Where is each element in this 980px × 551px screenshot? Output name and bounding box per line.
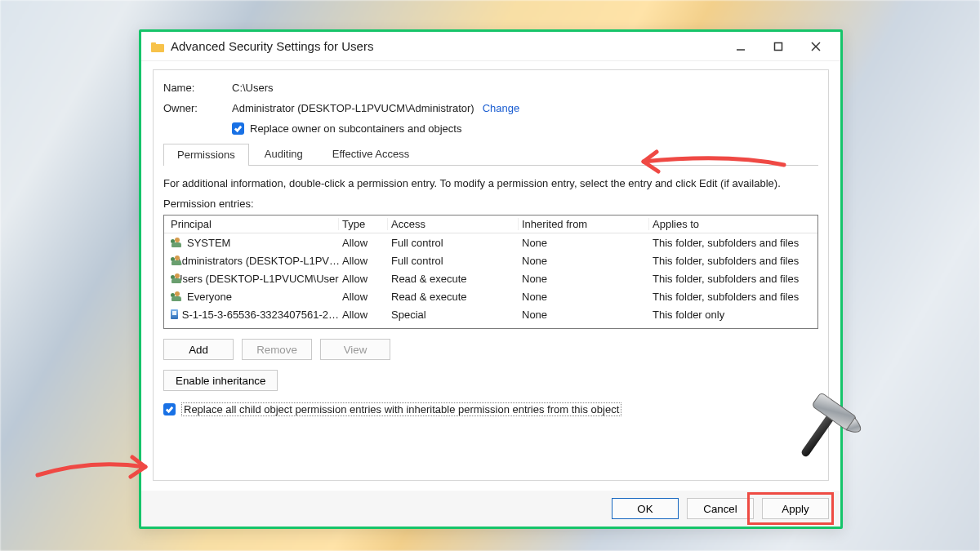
replace-children-label: Replace all child object permission entr… — [181, 402, 621, 416]
table-row[interactable]: SYSTEMAllowFull controlNoneThis folder, … — [164, 233, 817, 251]
cell-inherited: None — [519, 255, 649, 267]
col-principal[interactable]: Principal — [167, 218, 339, 230]
window-title: Advanced Security Settings for Users — [171, 39, 723, 53]
minimize-button[interactable] — [723, 35, 759, 58]
cell-applies: This folder, subfolders and files — [649, 255, 818, 267]
add-button[interactable]: Add — [163, 339, 234, 360]
owner-label: Owner: — [163, 102, 232, 114]
owner-value: Administrator (DESKTOP-L1PVUCM\Administr… — [232, 102, 474, 114]
ok-button[interactable]: OK — [612, 498, 679, 519]
name-value: C:\Users — [232, 82, 274, 94]
tab-permissions[interactable]: Permissions — [163, 144, 249, 166]
replace-owner-checkbox[interactable] — [232, 122, 244, 135]
cell-type: Allow — [339, 237, 388, 249]
cell-type: Allow — [339, 273, 388, 285]
enable-inheritance-button[interactable]: Enable inheritance — [163, 370, 278, 391]
tab-effective-access[interactable]: Effective Access — [318, 143, 423, 165]
dialog-content: Name: C:\Users Owner: Administrator (DES… — [153, 69, 829, 481]
replace-children-checkbox[interactable] — [163, 403, 176, 415]
cell-principal: Everyone — [187, 291, 232, 303]
cell-applies: This folder only — [649, 309, 818, 321]
cell-type: Allow — [339, 255, 388, 267]
cell-principal: S-1-15-3-65536-3323407561-2… — [182, 309, 339, 321]
cell-access: Special — [388, 309, 519, 321]
folder-icon — [151, 41, 164, 52]
cell-applies: This folder, subfolders and files — [649, 291, 818, 303]
table-row[interactable]: Administrators (DESKTOP-L1PV…AllowFull c… — [164, 251, 817, 269]
cell-type: Allow — [339, 309, 388, 321]
name-label: Name: — [163, 82, 232, 94]
tab-auditing[interactable]: Auditing — [251, 143, 317, 165]
cell-applies: This folder, subfolders and files — [649, 237, 818, 249]
table-row[interactable]: Users (DESKTOP-L1PVUCM\Users)AllowRead &… — [164, 269, 817, 287]
view-button[interactable]: View — [320, 339, 390, 360]
group-icon — [171, 238, 183, 247]
apply-button[interactable]: Apply — [762, 498, 829, 519]
col-applies[interactable]: Applies to — [649, 218, 818, 230]
advanced-security-dialog: Advanced Security Settings for Users Nam… — [139, 29, 843, 529]
cell-access: Read & execute — [388, 291, 519, 303]
entries-label: Permission entries: — [163, 198, 818, 210]
cancel-button[interactable]: Cancel — [687, 498, 754, 519]
permission-entries-table: Principal Type Access Inherited from App… — [163, 215, 818, 329]
cell-principal: Administrators (DESKTOP-L1PV… — [175, 255, 339, 267]
col-inherited[interactable]: Inherited from — [519, 218, 649, 230]
maximize-button[interactable] — [760, 35, 796, 58]
titlebar: Advanced Security Settings for Users — [141, 32, 840, 61]
cell-type: Allow — [339, 291, 388, 303]
col-access[interactable]: Access — [388, 218, 519, 230]
col-type[interactable]: Type — [339, 218, 388, 230]
remove-button[interactable]: Remove — [242, 339, 312, 360]
table-row[interactable]: S-1-15-3-65536-3323407561-2…AllowSpecial… — [164, 305, 817, 323]
cell-applies: This folder, subfolders and files — [649, 273, 818, 285]
cell-inherited: None — [519, 273, 649, 285]
replace-owner-label: Replace owner on subcontainers and objec… — [250, 122, 461, 135]
cell-access: Full control — [388, 237, 519, 249]
svg-rect-1 — [775, 42, 782, 50]
cell-access: Read & execute — [388, 273, 519, 285]
group-icon — [171, 291, 183, 301]
cell-inherited: None — [519, 237, 649, 249]
sid-icon — [171, 309, 178, 319]
tab-strip: Permissions Auditing Effective Access — [163, 143, 818, 166]
cell-access: Full control — [388, 255, 519, 267]
info-text: For additional information, double-click… — [163, 177, 818, 189]
cell-inherited: None — [519, 291, 649, 303]
dialog-footer: OK Cancel Apply — [141, 491, 840, 527]
close-button[interactable] — [798, 35, 834, 58]
table-row[interactable]: EveryoneAllowRead & executeNoneThis fold… — [164, 287, 817, 305]
cell-principal: Users (DESKTOP-L1PVUCM\Users) — [175, 273, 339, 285]
cell-principal: SYSTEM — [187, 237, 230, 249]
cell-inherited: None — [519, 309, 649, 321]
change-owner-link[interactable]: Change — [483, 102, 520, 114]
table-header[interactable]: Principal Type Access Inherited from App… — [164, 216, 817, 233]
